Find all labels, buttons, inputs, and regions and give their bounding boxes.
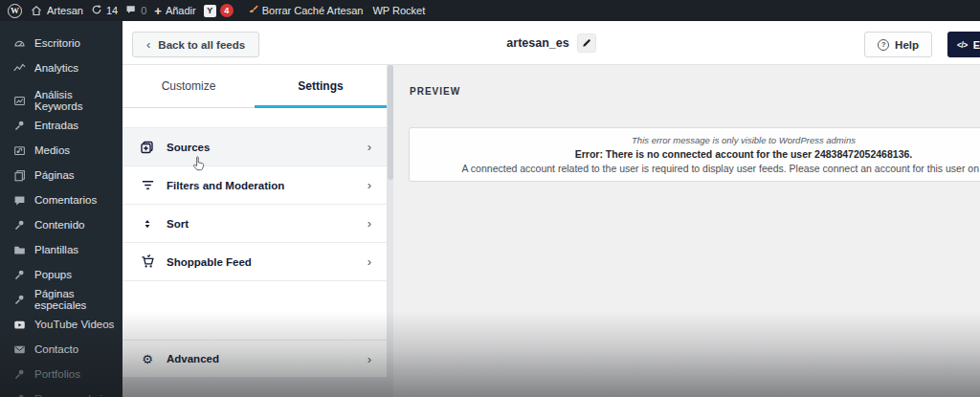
sidebar-item-remove-admin[interactable]: Remove admin (0, 386, 122, 397)
keywords-chart-icon (12, 94, 26, 107)
pushpin-icon (12, 218, 26, 232)
preview-label: PREVIEW (410, 86, 460, 97)
wp-rocket-label: WP Rocket (372, 5, 425, 16)
update-icon (91, 4, 102, 17)
wp-admin-sidebar: Escritorio Analytics Análisis Keywords E… (0, 21, 122, 397)
menu-item-filters-moderation[interactable]: Filters and Moderation › (122, 166, 387, 205)
feed-editor-header: ‹ Back to all feeds artesan_es ? Help </… (122, 21, 980, 65)
sidebar-item-medios[interactable]: Medios (0, 138, 122, 163)
pushpin-icon (12, 268, 26, 281)
dashboard-icon (12, 36, 26, 50)
sidebar-item-youtube-videos[interactable]: YouTube Videos (0, 312, 122, 337)
seo-notification-badge: 4 (220, 4, 234, 17)
wp-rocket-menu[interactable]: WP Rocket (372, 5, 425, 16)
updates-menu[interactable]: 14 (91, 4, 118, 17)
feed-title-wrap: artesan_es (122, 21, 980, 65)
error-detail: A connected account related to the user … (419, 162, 980, 176)
sidebar-item-paginas[interactable]: Páginas (0, 163, 122, 187)
chevron-right-icon: › (368, 178, 371, 192)
code-icon: </> (957, 40, 968, 50)
feed-error-box: This error message is only visible to Wo… (409, 127, 980, 182)
sidebar-item-contenido[interactable]: Contenido (0, 212, 122, 237)
home-icon (30, 4, 43, 17)
question-mark-icon: ? (878, 39, 889, 51)
feed-editor-sidebar: Customize Settings Sources › Filters and… (122, 65, 388, 397)
error-headline: Error: There is no connected account for… (419, 147, 980, 162)
editor-footer-strip (122, 378, 387, 397)
comments-count: 0 (141, 5, 146, 16)
wordpress-logo-icon[interactable]: W (8, 4, 22, 18)
menu-item-shoppable-feed[interactable]: Shoppable Feed › (122, 243, 387, 281)
feed-title: artesan_es (506, 36, 568, 50)
seo-menu[interactable]: Y 4 (204, 4, 234, 17)
site-name: Artesan (47, 5, 83, 16)
pushpin-icon (12, 119, 26, 132)
sidebar-item-portfolios[interactable]: Portfolios (0, 362, 122, 386)
media-icon (12, 143, 26, 157)
plus-icon: + (154, 5, 162, 17)
tab-settings[interactable]: Settings (255, 65, 387, 107)
mail-icon (12, 342, 26, 356)
settings-menu: Sources › Filters and Moderation › Sort … (122, 127, 387, 281)
chevron-right-icon: › (368, 216, 371, 231)
chevron-right-icon: › (368, 352, 371, 366)
sidebar-item-comentarios[interactable]: Comentarios (0, 187, 122, 212)
updates-count: 14 (106, 5, 118, 16)
help-button[interactable]: ? Help (864, 32, 932, 57)
menu-item-sort[interactable]: Sort › (122, 205, 387, 243)
chevron-right-icon: › (368, 254, 371, 269)
pushpin-icon (12, 392, 26, 397)
brush-icon (247, 4, 258, 17)
pushpin-icon (12, 293, 26, 306)
error-admin-note: This error message is only visible to Wo… (419, 133, 980, 147)
site-menu[interactable]: Artesan (30, 4, 83, 17)
sidebar-item-plantillas[interactable]: Plantillas (0, 237, 122, 262)
filter-icon (140, 178, 155, 193)
clear-cache-label: Borrar Caché Artesan (262, 5, 364, 16)
comment-bubble-icon (125, 4, 137, 17)
pencil-icon (581, 37, 592, 49)
wp-admin-bar: W Artesan 14 0 + Añadir Y 4 Borrar Caché… (0, 0, 980, 21)
yoast-seo-icon: Y (204, 5, 216, 17)
sidebar-item-contacto[interactable]: Contacto (0, 337, 122, 362)
chevron-right-icon: › (368, 140, 371, 154)
sidebar-item-popups[interactable]: Popups (0, 262, 122, 287)
sidebar-item-entradas[interactable]: Entradas (0, 113, 122, 138)
preview-panel: PREVIEW This error message is only visib… (393, 65, 980, 397)
sidebar-item-escritorio[interactable]: Escritorio (0, 31, 122, 55)
comments-menu[interactable]: 0 (125, 4, 146, 17)
menu-item-advanced[interactable]: ⚙ Advanced › (122, 340, 387, 378)
active-tab-underline (255, 105, 387, 108)
edit-feed-name-button[interactable] (577, 33, 596, 53)
pushpin-icon (12, 367, 26, 381)
add-new-menu[interactable]: + Añadir (154, 5, 195, 17)
gear-icon: ⚙ (140, 351, 155, 366)
editor-tabs: Customize Settings (122, 65, 387, 108)
analytics-icon (12, 61, 26, 75)
tab-customize[interactable]: Customize (122, 65, 255, 107)
shopping-cart-icon (140, 254, 155, 270)
add-new-label: Añadir (166, 5, 196, 16)
sidebar-item-analisis-keywords[interactable]: Análisis Keywords (0, 88, 122, 113)
menu-item-sources[interactable]: Sources › (122, 128, 387, 166)
folder-icon (12, 243, 26, 256)
sort-icon (140, 216, 155, 232)
embed-button[interactable]: </> Embed (947, 32, 980, 57)
clear-cache-menu[interactable]: Borrar Caché Artesan (247, 4, 364, 17)
scrollbar-thumb[interactable] (388, 65, 393, 180)
pages-icon (12, 168, 26, 182)
sidebar-item-paginas-especiales[interactable]: Páginas especiales (0, 287, 122, 312)
sidebar-item-analytics[interactable]: Analytics (0, 55, 122, 80)
comments-icon (12, 193, 26, 207)
editor-scrollbar[interactable] (388, 65, 393, 397)
sources-icon (140, 140, 155, 155)
youtube-icon (12, 318, 26, 331)
